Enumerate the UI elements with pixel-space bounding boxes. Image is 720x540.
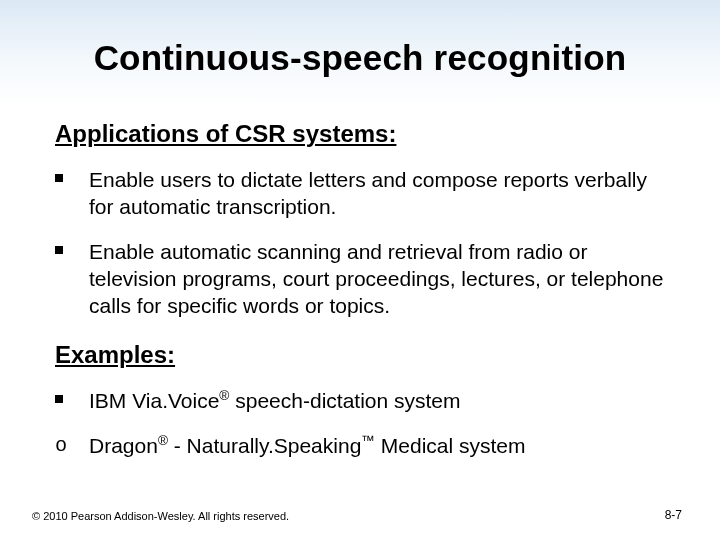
text-fragment: - Naturally.Speaking	[168, 434, 361, 457]
slide: Continuous-speech recognition Applicatio…	[0, 0, 720, 540]
text-fragment: Medical system	[375, 434, 526, 457]
applications-heading: Applications of CSR systems:	[55, 120, 670, 148]
circle-bullet-icon: o	[55, 432, 67, 456]
text-fragment: IBM Via.Voice	[89, 389, 219, 412]
example-text: Dragon® - Naturally.Speaking™ Medical sy…	[89, 432, 526, 459]
registered-mark-icon: ®	[219, 388, 229, 403]
square-bullet-icon	[55, 174, 63, 182]
list-item: Enable automatic scanning and retrieval …	[55, 238, 670, 319]
text-fragment: speech-dictation system	[229, 389, 460, 412]
text-fragment: Dragon	[89, 434, 158, 457]
list-item: IBM Via.Voice® speech-dictation system	[55, 387, 670, 414]
examples-heading: Examples:	[55, 341, 670, 369]
list-item: Enable users to dictate letters and comp…	[55, 166, 670, 220]
page-number: 8-7	[665, 508, 682, 522]
slide-title: Continuous-speech recognition	[0, 38, 720, 78]
list-item: o Dragon® - Naturally.Speaking™ Medical …	[55, 432, 670, 459]
slide-body: Applications of CSR systems: Enable user…	[55, 120, 670, 477]
trademark-icon: ™	[361, 433, 375, 448]
registered-mark-icon: ®	[158, 433, 168, 448]
bullet-text: Enable automatic scanning and retrieval …	[89, 238, 670, 319]
square-bullet-icon	[55, 395, 63, 403]
copyright-footer: © 2010 Pearson Addison-Wesley. All right…	[32, 510, 289, 522]
example-text: IBM Via.Voice® speech-dictation system	[89, 387, 461, 414]
square-bullet-icon	[55, 246, 63, 254]
bullet-text: Enable users to dictate letters and comp…	[89, 166, 670, 220]
